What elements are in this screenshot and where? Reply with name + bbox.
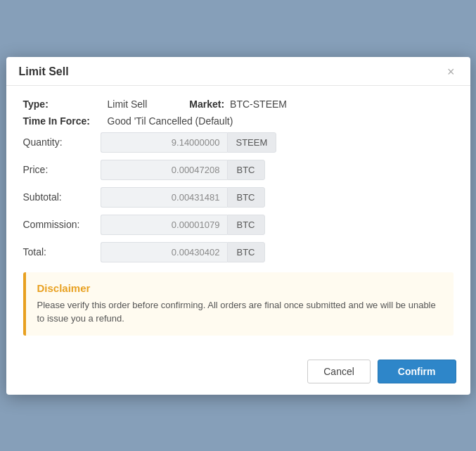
- field-row: Quantity:STEEM: [23, 132, 454, 153]
- field-unit: STEEM: [227, 132, 277, 153]
- field-input-group: STEEM: [101, 132, 454, 153]
- market-value: BTC-STEEM: [230, 99, 287, 110]
- cancel-button[interactable]: Cancel: [307, 360, 371, 383]
- field-input-group: BTC: [101, 242, 454, 262]
- confirm-button[interactable]: Confirm: [378, 360, 456, 383]
- type-value: Limit Sell: [108, 99, 148, 110]
- field-input[interactable]: [101, 215, 227, 235]
- field-input[interactable]: [101, 187, 227, 208]
- disclaimer-text: Please verify this order before confirmi…: [37, 298, 442, 326]
- fields-container: Quantity:STEEMPrice:BTCSubtotal:BTCCommi…: [23, 132, 454, 262]
- field-input[interactable]: [101, 242, 227, 262]
- field-unit: BTC: [227, 160, 265, 180]
- field-row: Subtotal:BTC: [23, 187, 454, 208]
- tif-label: Time In Force:: [23, 115, 108, 127]
- close-button[interactable]: ×: [444, 65, 458, 78]
- field-unit: BTC: [227, 242, 265, 262]
- type-market-row: Type: Limit Sell Market: BTC-STEEM: [23, 99, 454, 110]
- field-input-group: BTC: [101, 187, 454, 208]
- disclaimer-title: Disclaimer: [37, 282, 442, 294]
- limit-sell-modal: Limit Sell × Type: Limit Sell Market: BT…: [6, 57, 470, 395]
- market-label: Market:: [189, 99, 224, 110]
- field-label: Price:: [23, 164, 101, 175]
- modal-header: Limit Sell ×: [6, 57, 470, 86]
- field-row: Price:BTC: [23, 160, 454, 180]
- field-label: Total:: [23, 246, 101, 258]
- field-input-group: BTC: [101, 215, 454, 235]
- field-input-group: BTC: [101, 160, 454, 180]
- field-label: Subtotal:: [23, 191, 101, 203]
- field-label: Commission:: [23, 219, 101, 230]
- tif-row: Time In Force: Good 'Til Cancelled (Defa…: [23, 115, 454, 127]
- modal-footer: Cancel Confirm: [6, 350, 470, 395]
- tif-value: Good 'Til Cancelled (Default): [108, 115, 233, 127]
- field-unit: BTC: [227, 215, 265, 235]
- field-input[interactable]: [101, 132, 227, 153]
- modal-title: Limit Sell: [19, 65, 69, 78]
- modal-body: Type: Limit Sell Market: BTC-STEEM Time …: [6, 86, 470, 350]
- field-unit: BTC: [227, 187, 265, 208]
- disclaimer-box: Disclaimer Please verify this order befo…: [23, 272, 454, 336]
- field-input[interactable]: [101, 160, 227, 180]
- field-label: Quantity:: [23, 136, 101, 148]
- field-row: Commission:BTC: [23, 215, 454, 235]
- field-row: Total:BTC: [23, 242, 454, 262]
- type-label: Type:: [23, 99, 108, 110]
